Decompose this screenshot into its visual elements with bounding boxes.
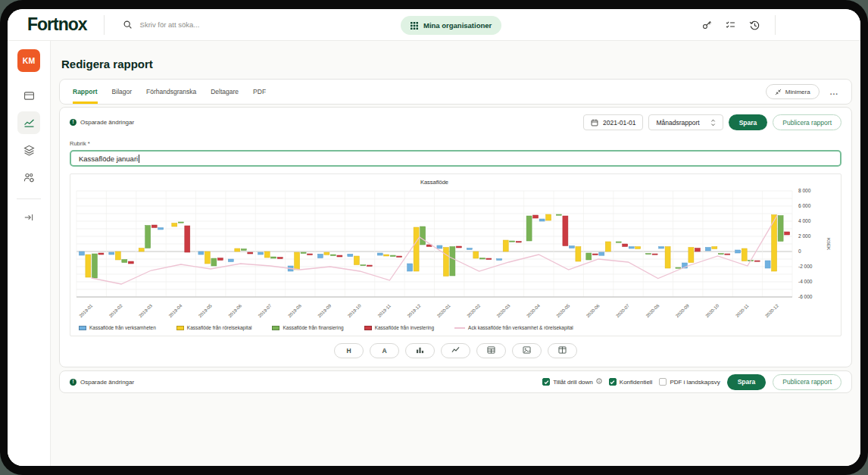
checkbox-label: Tillåt drill down	[553, 379, 593, 386]
svg-text:2020-12: 2020-12	[764, 303, 779, 318]
publish-report-button[interactable]: Publicera rapport	[773, 114, 841, 130]
insert-text-button[interactable]: A	[370, 343, 399, 358]
unsaved-changes-status: ! Osparade ändringar	[70, 119, 134, 126]
report-editor-card: ! Osparade ändringar 2021-01-01 Månadsra…	[59, 107, 852, 367]
topbar-divider	[104, 15, 105, 35]
columns-icon	[558, 346, 567, 355]
save-button-footer[interactable]: Spara	[727, 374, 767, 390]
yellow-swatch	[176, 326, 184, 330]
tab-förhandsgranska[interactable]: Förhandsgranska	[146, 80, 196, 104]
save-button[interactable]: Spara	[729, 114, 768, 130]
svg-text:2020-06: 2020-06	[585, 303, 601, 318]
svg-text:2020-11: 2020-11	[735, 303, 750, 318]
my-organizations-label: Mina organisationer	[423, 21, 492, 30]
heading-icon: H	[346, 347, 351, 355]
legend-item: Kassaflöde från rörelsekapital	[176, 325, 252, 330]
legend-item: Kassaflöde från finansiering	[272, 325, 343, 330]
insert-line-chart-button[interactable]	[441, 343, 470, 358]
tab-bilagor[interactable]: Bilagor	[112, 80, 132, 104]
svg-text:2019-04: 2019-04	[168, 303, 183, 318]
report-date-picker[interactable]: 2021-01-01	[583, 114, 643, 130]
svg-text:2020-04: 2020-04	[526, 303, 541, 318]
checklist-icon[interactable]	[725, 20, 736, 30]
svg-text:2020-03: 2020-03	[496, 303, 511, 318]
history-icon[interactable]	[749, 20, 760, 31]
window-icon	[23, 89, 36, 102]
checkbox-konfidentiell[interactable]: Konfidentiell	[609, 378, 653, 386]
layers-icon	[23, 144, 36, 157]
svg-text:2019-07: 2019-07	[258, 303, 273, 318]
sidebar-item-collapse[interactable]	[17, 206, 40, 229]
rubrik-label: Rubrik *	[70, 140, 841, 147]
unsaved-status-icon: !	[70, 379, 76, 386]
minimize-icon	[775, 89, 782, 95]
sidebar-item-overview[interactable]	[17, 84, 40, 107]
svg-text:2019-11: 2019-11	[377, 303, 392, 318]
tab-deltagare[interactable]: Deltagare	[211, 80, 239, 104]
fortnox-logo: Fortnox	[27, 14, 87, 35]
svg-text:2019-10: 2019-10	[347, 303, 362, 318]
search-placeholder: Skriv för att söka...	[140, 20, 200, 29]
my-organizations-button[interactable]: Mina organisationer	[401, 16, 501, 35]
insert-bar-chart-button[interactable]	[405, 343, 435, 358]
unsaved-status-label: Osparade ändringar	[80, 379, 134, 386]
insert-image-button[interactable]	[512, 343, 542, 358]
svg-text:2 000: 2 000	[798, 233, 811, 239]
svg-text:2019-03: 2019-03	[138, 303, 153, 318]
line-chart-icon	[451, 346, 460, 355]
svg-text:6 000: 6 000	[798, 203, 811, 208]
sidebar-item-reports[interactable]	[17, 111, 40, 134]
legend-label: Kassaflöde från finansiering	[283, 325, 343, 330]
insert-columns-button[interactable]	[548, 343, 577, 358]
minimize-label: Minimera	[785, 89, 810, 95]
apps-grid-icon	[411, 22, 418, 30]
more-options-button[interactable]: ...	[830, 88, 838, 96]
sidebar-divider	[17, 198, 41, 199]
sidebar-item-users[interactable]	[17, 166, 40, 189]
report-date-value: 2021-01-01	[603, 119, 635, 127]
minimize-button[interactable]: Minimera	[766, 84, 820, 99]
svg-text:2020-02: 2020-02	[466, 303, 481, 318]
insert-heading-button[interactable]: H	[334, 343, 364, 358]
checkbox-till-t-drill-down[interactable]: Tillåt drill down	[542, 378, 602, 386]
unsaved-status-icon: !	[70, 119, 76, 126]
info-icon[interactable]	[596, 378, 602, 386]
line-chart-icon	[23, 117, 36, 130]
svg-text:2019-09: 2019-09	[317, 303, 333, 318]
table-icon	[487, 346, 495, 355]
insert-table-button[interactable]	[476, 343, 506, 358]
svg-text:2020-10: 2020-10	[704, 303, 720, 318]
sidebar-item-layers[interactable]	[17, 139, 40, 161]
svg-text:-2 000: -2 000	[798, 264, 813, 269]
checkbox-pdf-i-landskapsvy[interactable]: PDF i landskapsvy	[659, 378, 720, 386]
select-arrows-icon	[710, 119, 716, 127]
avatar[interactable]: KM	[17, 49, 40, 72]
unsaved-changes-status-footer: ! Osparade ändringar	[70, 379, 134, 386]
checkbox-checked-icon	[609, 378, 617, 386]
legend-label: Kassaflöde från rörelsekapital	[187, 325, 252, 330]
svg-text:2020-01: 2020-01	[436, 303, 451, 318]
checkbox-checked-icon	[542, 378, 550, 386]
image-icon	[523, 346, 531, 355]
rubrik-input[interactable]: Kassaflöde januari	[70, 150, 841, 167]
publish-report-button-footer[interactable]: Publicera rapport	[773, 374, 841, 390]
sidebar: KM	[8, 41, 51, 466]
tab-rapport[interactable]: Rapport	[73, 80, 98, 104]
key-icon[interactable]	[701, 20, 712, 30]
app-window: Fortnox Skriv för att söka... Mina organ…	[8, 9, 860, 466]
svg-text:4 000: 4 000	[798, 218, 811, 223]
checkbox-unchecked-icon	[659, 378, 667, 386]
chart-legend: Kassaflöde från verksamhetenKassaflöde f…	[72, 323, 839, 336]
report-type-value: Månadsrapport	[656, 119, 699, 127]
tab-pdf[interactable]: PDF	[253, 80, 266, 104]
legend-item: Ack kassaflöde från verksamhet & rörelse…	[454, 325, 573, 330]
device-frame: Fortnox Skriv för att söka... Mina organ…	[0, 0, 868, 475]
legend-label: Kassaflöde från investering	[375, 325, 434, 330]
exit-icon	[23, 211, 35, 223]
global-search[interactable]: Skriv för att söka...	[123, 20, 200, 30]
checkbox-label: PDF i landskapsvy	[670, 379, 720, 386]
report-type-select[interactable]: Månadsrapport	[648, 114, 723, 130]
unsaved-status-label: Osparade ändringar	[80, 119, 134, 126]
green-swatch	[272, 326, 279, 330]
pink-swatch	[454, 327, 465, 329]
